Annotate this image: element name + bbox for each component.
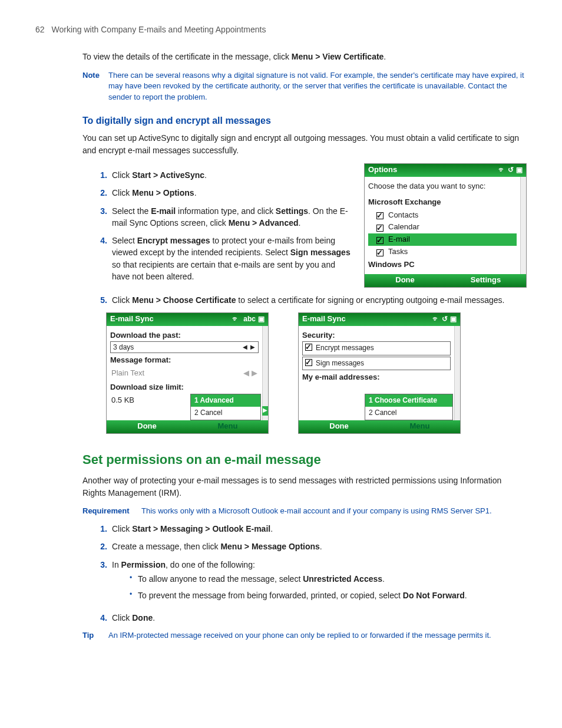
text: Click [112,170,132,180]
dropdown-message-format[interactable]: Plain Text◀ ▶ [110,367,259,380]
battery-icon: ▣ [258,315,265,323]
sync-item-tasks[interactable]: Tasks [368,246,517,258]
command: Menu > Message Options [220,542,319,551]
softkey-settings[interactable]: Settings [445,275,526,286]
dropdown-value: 3 days [113,342,134,353]
command: Menu > Advanced [229,218,299,228]
text: Select the [112,206,151,216]
step: 2. Click Menu > Options. [94,187,353,199]
menu-item-cancel[interactable]: 2 Cancel [191,407,260,419]
menu-item-advanced[interactable]: 1 Advanced [191,394,260,407]
dropdown-value: Plain Text [111,368,144,379]
checkbox-icon[interactable] [376,212,384,219]
titlebar: E-mail Sync ᯤ abc▣ [107,313,268,326]
paragraph: Another way of protecting your e-mail me… [82,475,527,499]
battery-icon: ▣ [516,166,523,174]
softkey-done[interactable]: Done [365,275,445,286]
sub-bullets: •To allow anyone to read the message, se… [130,573,527,602]
menu-item-choose-certificate[interactable]: 1 Choose Certificate [365,394,452,407]
sync-item-calendar[interactable]: Calendar [368,221,517,233]
field-label: Security: [302,330,451,341]
prompt-text: Choose the data you want to sync: [368,179,517,196]
signal-icon: ᯤ [432,315,439,323]
tip-block: Tip An IRM-protected message received on… [82,630,527,641]
label: Sign messages [316,359,364,367]
text: . [382,574,385,584]
text: Click [112,295,132,305]
step-number: 3. [94,205,107,229]
command: Start > ActiveSync [132,170,204,180]
checkbox-encrypt[interactable]: Encrypt messages [302,341,451,355]
checkbox-icon[interactable] [305,344,312,351]
softkey-bar: Done Settings [365,274,526,287]
menu-expand-icon[interactable]: ▶ [262,406,268,416]
term: Unrestricted Access [303,574,382,584]
signal-icon: ᯤ [498,166,505,174]
softkey-done[interactable]: Done [107,421,187,432]
window-title: E-mail Sync [302,314,346,325]
step-number: 3. [94,559,107,607]
text: to select a certificate for signing or e… [236,295,504,305]
step: 3. Select the E-mail information type, a… [94,205,353,229]
text: Click [112,524,132,533]
input-mode-indicator: abc [243,315,256,323]
checkbox-sign[interactable]: Sign messages [302,357,451,370]
text: To allow anyone to read the message, sel… [138,574,303,584]
checkbox-icon[interactable] [305,359,312,366]
text: . [153,613,155,622]
checkbox-icon[interactable] [376,237,384,244]
battery-icon: ▣ [450,315,457,323]
chapter-title: Working with Company E-mails and Meeting… [51,25,266,34]
page-content: To view the details of the certificate i… [82,51,527,641]
text: To view the details of the certificate i… [82,52,292,61]
sync-item-contacts[interactable]: Contacts [368,209,517,222]
tip-text: An IRM-protected message received on you… [108,630,527,641]
softkey-done[interactable]: Done [299,421,379,432]
status-icons: ᯤ↺▣ [430,314,457,325]
window-title: E-mail Sync [110,314,154,325]
bullet: •To allow anyone to read the message, se… [130,573,527,585]
bullet: •To prevent the message from being forwa… [130,589,527,601]
checkbox-icon[interactable] [376,249,384,256]
dropdown-download-past[interactable]: 3 days◀ ▶ [110,341,259,353]
step: 1. Click Start > Messaging > Outlook E-m… [94,523,527,535]
screenshot-email-sync-left: E-mail Sync ᯤ abc▣ Download the past: 3 … [106,312,269,434]
bullet-icon: • [130,573,138,585]
text: information type, and click [176,206,276,216]
text: . [299,218,301,228]
sync-icon: ↺ [442,315,448,323]
term: Permission [121,560,166,569]
text: . [384,52,386,61]
field-label: Message format: [110,355,259,366]
field-label: Download the past: [110,330,259,341]
step: 3. In Permission, do one of the followin… [94,559,527,607]
spinner-arrows-icon[interactable]: ◀ ▶ [243,343,256,352]
menu-item-cancel[interactable]: 2 Cancel [365,407,452,419]
spinner-arrows-icon[interactable]: ◀ ▶ [243,368,257,379]
text: Select [112,236,137,245]
text: . [270,524,273,533]
step-number: 1. [94,169,107,181]
steps-list-2: 1. Click Start > Messaging > Outlook E-m… [94,523,527,624]
field-label: My e-mail addresses: [302,372,451,383]
popup-menu: 1 Advanced 2 Cancel [190,394,261,420]
label: Calendar [388,222,419,233]
softkey-menu[interactable]: Menu [379,421,460,432]
text: so that recipients are certain that e-ma… [112,260,335,281]
scrollbar[interactable] [454,326,460,420]
step-number: 4. [94,612,107,624]
step-number: 1. [94,523,107,535]
titlebar: Options ᯤ↺▣ [365,164,526,177]
screenshot-options: Options ᯤ↺▣ Choose the data you want to … [364,163,527,288]
softkey-menu[interactable]: Menu [187,421,268,432]
checkbox-icon[interactable] [376,225,384,232]
requirement-block: Requirement This works only with a Micro… [82,506,527,517]
step: 2. Create a message, then click Menu > M… [94,541,527,552]
text: . [194,188,197,197]
screenshot-row: E-mail Sync ᯤ abc▣ Download the past: 3 … [106,312,527,434]
scrollbar[interactable] [520,177,526,274]
signal-icon: ᯤ [232,315,239,323]
sync-item-email[interactable]: E-mail [368,233,517,246]
step-number: 4. [94,235,107,282]
label: Encrypt messages [316,344,374,352]
